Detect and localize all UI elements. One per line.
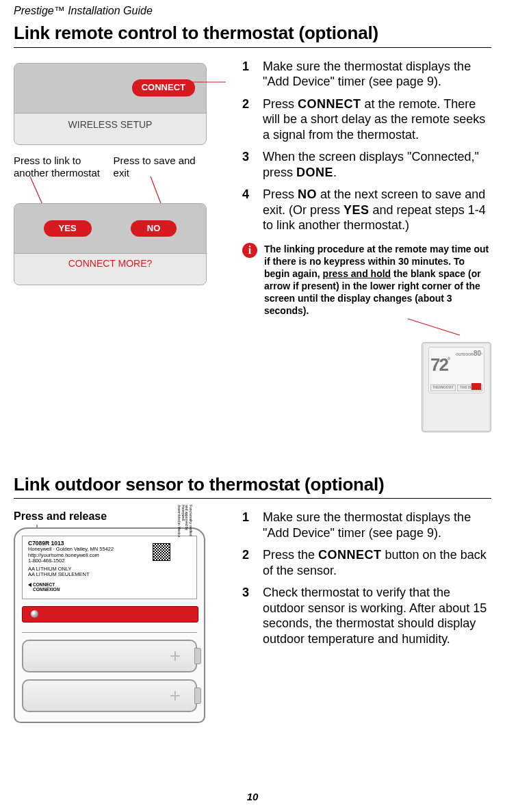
screen-label: WIRELESS SETUP (14, 114, 206, 137)
sensor-connect-button[interactable] (22, 606, 198, 623)
step-4: Press NO at the next screen to save and … (242, 187, 491, 233)
sensor-back: C7089R 1013 Honeywell · Golden Valley, M… (14, 527, 205, 723)
step-2: Press CONNECT at the remote. There will … (242, 96, 491, 143)
battery-cell-icon: + (22, 640, 197, 672)
no-button[interactable]: NO (131, 220, 177, 237)
sensor-label: C7089R 1013 Honeywell · Golden Valley, M… (22, 536, 197, 599)
screen-label-connect-more: CONNECT MORE? (14, 254, 206, 274)
page-number: 10 (0, 791, 505, 804)
highlight-lower-right[interactable] (471, 383, 481, 390)
callout-save-exit: Press to save and exit (114, 155, 205, 181)
rule-2 (14, 498, 491, 499)
rule (14, 47, 491, 48)
press-release-label: Press and release (14, 510, 226, 523)
svg-line-3 (408, 319, 460, 335)
heading-remote: Link remote control to thermostat (optio… (14, 22, 491, 44)
info-text: The linking procedure at the remote may … (264, 243, 491, 432)
header: Prestige™ Installation Guide (14, 4, 491, 18)
step-3: When the screen displays "Connected," pr… (242, 149, 491, 180)
heading-sensor: Link outdoor sensor to thermostat (optio… (14, 473, 491, 496)
callout-link-another: Press to link to another thermostat (14, 155, 105, 181)
battery-cell-icon: + (22, 679, 197, 712)
info-icon: i (242, 243, 257, 258)
connect-button[interactable]: CONNECT (132, 79, 195, 96)
screen-connect-more: YES NO CONNECT MORE? (14, 203, 207, 285)
yes-button[interactable]: YES (44, 220, 92, 237)
step-1: Make sure the thermostat displays the "A… (242, 59, 491, 90)
sensor-step-2: Press the CONNECT button on the back of … (242, 547, 491, 578)
qr-code-icon (153, 543, 170, 561)
sensor-step-3: Check thermostat to verify that the outd… (242, 585, 491, 646)
battery-compartment: + + (22, 632, 197, 712)
sensor-step-1: Make sure the thermostat displays the "A… (242, 510, 491, 540)
screen-wireless-setup: CONNECT WIRELESS SETUP (14, 63, 207, 145)
remote-thumbnail: OUTDOOR80° 72° THERMOSTAT THIS DEVICE (422, 342, 491, 432)
